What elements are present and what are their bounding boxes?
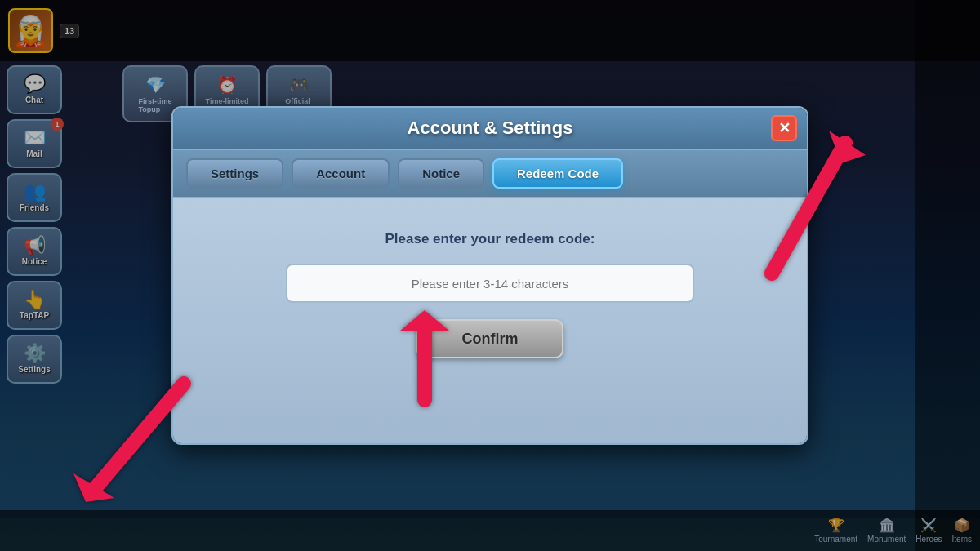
tab-account[interactable]: Account — [292, 158, 390, 189]
modal-overlay: Account & Settings ✕ Settings Account No… — [0, 0, 980, 551]
confirm-button[interactable]: Confirm — [416, 319, 564, 358]
redeem-code-input[interactable] — [286, 264, 694, 303]
close-button[interactable]: ✕ — [771, 115, 797, 141]
tab-notice[interactable]: Notice — [398, 158, 484, 189]
modal-header: Account & Settings ✕ — [173, 108, 807, 150]
redeem-instruction: Please enter your redeem code: — [385, 231, 595, 247]
tab-settings[interactable]: Settings — [186, 158, 283, 189]
account-settings-modal: Account & Settings ✕ Settings Account No… — [172, 106, 808, 445]
tab-bar: Settings Account Notice Redeem Code — [173, 150, 807, 198]
modal-body: Please enter your redeem code: Confirm — [173, 198, 807, 443]
tab-redeemcode[interactable]: Redeem Code — [492, 158, 623, 189]
modal-title: Account & Settings — [408, 118, 573, 139]
